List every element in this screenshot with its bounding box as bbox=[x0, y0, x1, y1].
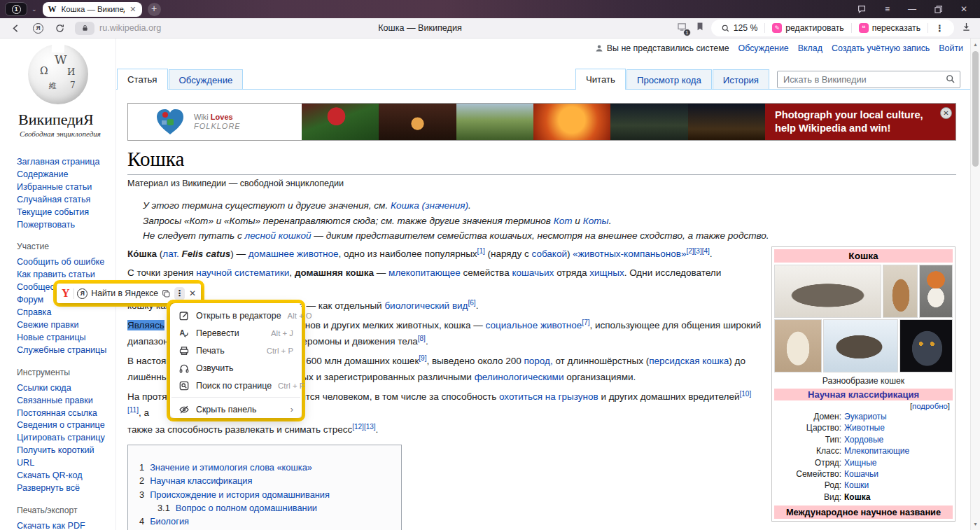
taxonomy-value[interactable]: Хищные bbox=[844, 457, 877, 468]
podrobno-link[interactable]: [подробно] bbox=[774, 400, 953, 411]
taxonomy-value[interactable]: Кошки bbox=[844, 480, 869, 491]
popup-close-icon[interactable]: ✕ bbox=[189, 288, 196, 298]
sidebar-link[interactable]: Развернуть всё bbox=[17, 482, 110, 495]
yandex-services-icon[interactable]: Я bbox=[33, 23, 43, 34]
back-button[interactable] bbox=[10, 22, 22, 34]
reference-link[interactable]: [12][13] bbox=[352, 422, 375, 430]
scroll-up-arrow-icon[interactable]: ▲ bbox=[971, 42, 980, 47]
sidebar-link[interactable]: Ссылки сюда bbox=[17, 382, 110, 395]
menu-item-voice[interactable]: Озвучить bbox=[170, 359, 302, 377]
sidebar-link[interactable]: Текущие события bbox=[17, 207, 110, 219]
taxonomy-value[interactable]: Хордовые bbox=[844, 434, 883, 445]
download-icon[interactable] bbox=[961, 22, 972, 35]
reference-link[interactable]: [7] bbox=[582, 318, 589, 326]
taxonomy-value[interactable]: Млекопитающие bbox=[844, 445, 909, 456]
reference-link[interactable]: [9] bbox=[419, 354, 426, 361]
page-scrollbar[interactable]: ▲ ▼ bbox=[970, 39, 980, 530]
toc-link[interactable]: Происхождение и история одомашнивания bbox=[150, 489, 330, 500]
sidebar-link[interactable]: Связанные правки bbox=[17, 395, 110, 407]
devices-icon[interactable]: 1 bbox=[677, 22, 689, 35]
sidebar-link[interactable]: Новые страницы bbox=[17, 332, 110, 344]
view-tab[interactable]: Просмотр кода bbox=[626, 69, 712, 90]
sidebar-link[interactable]: Случайная статья bbox=[17, 194, 110, 207]
smartline-page-title[interactable]: Кошка — Википедия bbox=[280, 23, 560, 33]
sidebar-link[interactable]: Содержание bbox=[17, 169, 110, 181]
personal-link[interactable]: Обсуждение bbox=[738, 43, 789, 53]
wiki-link[interactable]: лесной кошкой bbox=[245, 230, 312, 241]
personal-link[interactable]: Войти bbox=[939, 43, 963, 53]
find-in-yandex-button[interactable]: Найти в Яндексе bbox=[91, 288, 158, 298]
tab-article[interactable]: Статья bbox=[117, 69, 168, 90]
reference-link[interactable]: [6] bbox=[468, 299, 476, 307]
scrollbar-thumb[interactable] bbox=[972, 51, 979, 167]
scroll-down-arrow-icon[interactable]: ▼ bbox=[971, 522, 980, 526]
close-button[interactable]: ✕ bbox=[960, 4, 967, 14]
wiki-link[interactable]: собакой bbox=[532, 249, 567, 259]
taxonomy-value[interactable]: Эукариоты bbox=[844, 411, 887, 422]
tab-group-button[interactable]: 1 bbox=[5, 2, 27, 16]
wiki-link[interactable]: млекопитающее bbox=[388, 267, 461, 278]
sidebar-link[interactable]: Цитировать страницу bbox=[17, 432, 110, 445]
retell-button[interactable]: ❝ пересказать bbox=[852, 23, 927, 33]
sidebar-link[interactable]: Избранные статьи bbox=[17, 181, 110, 194]
wiki-link[interactable]: охотиться на грызунов bbox=[499, 391, 598, 402]
cat-photo[interactable] bbox=[899, 319, 953, 372]
tab-list-chevron-icon[interactable]: ⌄ bbox=[31, 6, 37, 13]
reference-link[interactable]: [2][3][4] bbox=[686, 246, 709, 254]
sidebar-link[interactable]: Постоянная ссылка bbox=[17, 407, 110, 420]
toc-link[interactable]: Вопрос о полном одомашнивании bbox=[176, 503, 317, 513]
zoom-control[interactable]: 125 % bbox=[714, 23, 765, 33]
menu-item-find[interactable]: Поиск по страницеCtrl + F bbox=[170, 377, 302, 394]
wiki-link[interactable]: фелинологическими bbox=[475, 372, 564, 382]
search-icon[interactable] bbox=[946, 74, 955, 84]
toc-item[interactable]: 1Значение и этимология слова «кошка» bbox=[139, 461, 387, 474]
wiki-link[interactable]: пород, bbox=[524, 356, 552, 366]
classification-header[interactable]: Научная классификация bbox=[774, 389, 953, 400]
search-input[interactable] bbox=[777, 71, 960, 88]
sidebar-link[interactable]: Скачать как PDF bbox=[17, 520, 110, 530]
menu-item-print[interactable]: ПечатьCtrl + P bbox=[170, 342, 302, 359]
toc-link[interactable]: Научная классификация bbox=[150, 475, 252, 486]
wiki-link[interactable]: домашнее животное bbox=[248, 249, 339, 259]
wiki-link[interactable]: социальное животное bbox=[486, 320, 582, 330]
cat-photo[interactable] bbox=[823, 319, 898, 372]
wiki-link[interactable]: персидская кошка bbox=[649, 356, 729, 366]
personal-link[interactable]: Создать учётную запись bbox=[832, 43, 930, 53]
cat-photo[interactable] bbox=[774, 319, 822, 372]
banner-close-icon[interactable]: ✕ bbox=[940, 107, 952, 119]
sidebar-link[interactable]: Пожертвовать bbox=[17, 219, 110, 232]
taxonomy-value[interactable]: Кошачьи bbox=[844, 468, 878, 480]
browser-tab[interactable]: W Кошка — Википедия ✕ bbox=[43, 2, 142, 17]
sidebar-link[interactable]: Сообщить об ошибке bbox=[17, 256, 110, 269]
menu-icon[interactable]: ≡ bbox=[885, 4, 890, 14]
site-security-lock-icon[interactable] bbox=[75, 22, 94, 35]
sidebar-link[interactable]: Заглавная страница bbox=[17, 156, 110, 169]
sidebar-link[interactable]: Сведения о странице bbox=[17, 419, 110, 432]
toc-item[interactable]: 2Научная классификация bbox=[139, 474, 387, 487]
toc-item[interactable]: 3Происхождение и история одомашнивания bbox=[139, 488, 387, 501]
cat-photo[interactable] bbox=[919, 265, 953, 318]
restore-button[interactable] bbox=[934, 6, 942, 13]
sidebar-link[interactable]: Получить короткий URL bbox=[17, 445, 110, 470]
sidebar-link[interactable]: Служебные страницы bbox=[17, 344, 110, 357]
edit-mode-button[interactable]: ✎ редактировать bbox=[765, 23, 850, 33]
popup-kebab-icon[interactable]: ⋮ bbox=[174, 287, 185, 300]
chat-icon[interactable] bbox=[857, 4, 867, 14]
cat-photo[interactable] bbox=[774, 265, 881, 318]
toc-item[interactable]: 3.1Вопрос о полном одомашнивании bbox=[139, 501, 387, 515]
wikipedia-logo[interactable]: WΩИ7維 bbox=[28, 44, 88, 104]
menu-item-translate[interactable]: AПеревестиAlt + J bbox=[170, 324, 302, 342]
toc-link[interactable]: Биология bbox=[150, 516, 189, 526]
wiki-link[interactable]: Коты bbox=[583, 216, 609, 226]
tab-talk[interactable]: Обсуждение bbox=[169, 69, 244, 90]
wiki-link[interactable]: кошачьих bbox=[512, 267, 554, 278]
menu-item-editor[interactable]: Открыть в редактореAlt + O bbox=[170, 307, 302, 324]
view-tab[interactable]: История bbox=[713, 69, 769, 90]
toc-link[interactable]: Значение и этимология слова «кошка» bbox=[150, 462, 312, 473]
taxonomy-value[interactable]: Животные bbox=[844, 422, 885, 433]
sidebar-link[interactable]: Скачать QR-код bbox=[17, 470, 110, 482]
sidebar-link[interactable]: Справка bbox=[17, 307, 110, 319]
bookmark-icon[interactable] bbox=[696, 22, 704, 34]
wiki-link[interactable]: Кошка (значения) bbox=[391, 200, 468, 211]
wiki-link[interactable]: Кот bbox=[554, 216, 573, 226]
